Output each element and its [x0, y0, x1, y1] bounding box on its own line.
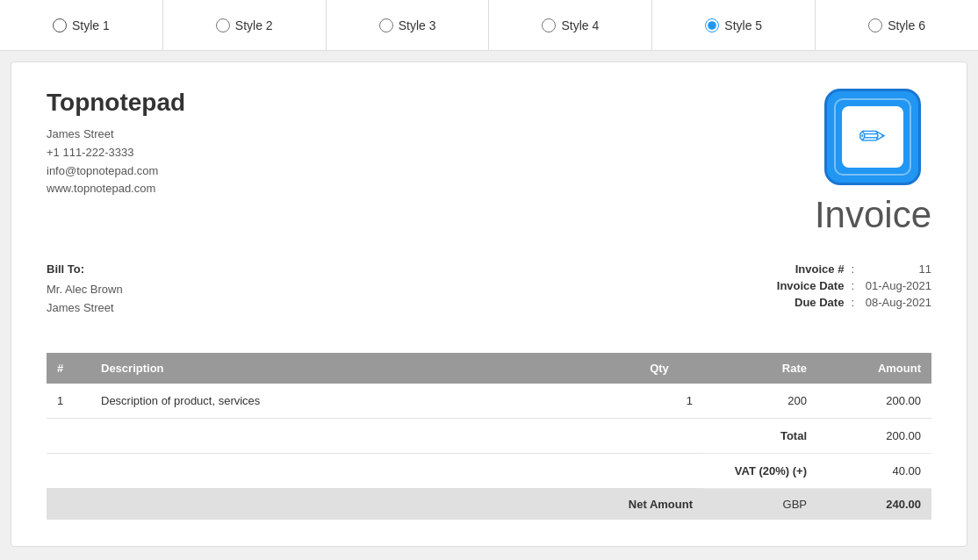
logo-area: ✎ Invoice: [815, 89, 931, 236]
client-address: James Street: [47, 299, 123, 318]
company-website: www.topnotepad.com: [47, 180, 185, 198]
invoice-date-value: 01-Aug-2021: [861, 279, 931, 292]
style-option-1[interactable]: Style 1: [0, 0, 163, 50]
invoice-header: Topnotepad James Street +1 111-222-3333 …: [47, 89, 931, 236]
invoice-number-value: 11: [861, 262, 931, 276]
invoice-meta: Invoice # : 11 Invoice Date : 01-Aug-202…: [747, 262, 931, 312]
vat-row: VAT (20%) (+) 40.00: [47, 453, 931, 488]
total-label: Total: [703, 418, 817, 453]
style-label-5: Style 5: [724, 18, 762, 32]
col-header-amount: Amount: [817, 353, 931, 384]
company-phone: +1 111-222-3333: [47, 144, 185, 162]
meta-row-number: Invoice # : 11: [747, 262, 931, 276]
style-label-1: Style 1: [72, 18, 110, 32]
col-header-description: Description: [90, 353, 615, 384]
invoice-title: Invoice: [815, 194, 931, 236]
client-info: Mr. Alec Brown James Street: [47, 281, 123, 318]
style-selector-bar: Style 1 Style 2 Style 3 Style 4 Style 5 …: [0, 0, 978, 51]
style-radio-2[interactable]: [216, 18, 230, 32]
row-qty: 1: [615, 384, 703, 419]
invoice-number-label: Invoice #: [747, 262, 844, 276]
client-name: Mr. Alec Brown: [47, 281, 123, 299]
row-description: Description of product, services: [90, 384, 615, 419]
invoice-date-label: Invoice Date: [747, 279, 844, 292]
billing-meta-row: Bill To: Mr. Alec Brown James Street Inv…: [47, 262, 931, 335]
total-value: 200.00: [817, 418, 931, 453]
style-radio-1[interactable]: [53, 18, 67, 32]
style-label-2: Style 2: [235, 18, 273, 32]
invoice-table-header: # Description Qty Rate Amount: [47, 353, 931, 384]
col-header-num: #: [47, 353, 90, 384]
table-header-row: # Description Qty Rate Amount: [47, 353, 931, 384]
net-value: 240.00: [817, 488, 931, 520]
invoice-table-body: 1 Description of product, services 1 200…: [47, 384, 931, 489]
style-option-2[interactable]: Style 2: [163, 0, 327, 50]
company-info: Topnotepad James Street +1 111-222-3333 …: [47, 89, 185, 198]
invoice-due-value: 08-Aug-2021: [861, 296, 931, 309]
style-label-6: Style 6: [888, 18, 925, 32]
style-option-6[interactable]: Style 6: [816, 0, 978, 50]
row-amount: 200.00: [817, 384, 931, 419]
bill-section: Bill To: Mr. Alec Brown James Street: [47, 262, 123, 318]
vat-label: VAT (20%) (+): [703, 453, 817, 488]
company-logo: ✎: [824, 89, 921, 185]
invoice-table: # Description Qty Rate Amount 1 Descript…: [47, 353, 931, 520]
style-radio-4[interactable]: [542, 18, 556, 32]
company-name: Topnotepad: [47, 89, 185, 117]
invoice-card: Topnotepad James Street +1 111-222-3333 …: [11, 61, 967, 547]
invoice-due-label: Due Date: [747, 296, 844, 309]
style-radio-5[interactable]: [705, 18, 719, 32]
style-option-5[interactable]: Style 5: [652, 0, 816, 50]
meta-row-date: Invoice Date : 01-Aug-2021: [747, 279, 931, 292]
invoice-table-footer: Net Amount GBP 240.00: [47, 488, 931, 520]
net-currency: GBP: [703, 488, 817, 520]
style-label-4: Style 4: [561, 18, 599, 32]
bill-to-label: Bill To:: [47, 262, 123, 276]
style-radio-3[interactable]: [379, 18, 393, 32]
total-row: Total 200.00: [47, 418, 931, 453]
vat-value: 40.00: [817, 453, 931, 488]
meta-table: Invoice # : 11 Invoice Date : 01-Aug-202…: [747, 262, 931, 312]
company-email: info@topnotepad.com: [47, 162, 185, 181]
company-address: James Street: [47, 126, 185, 144]
col-header-qty: Qty: [615, 353, 703, 384]
row-num: 1: [47, 384, 90, 419]
style-option-4[interactable]: Style 4: [489, 0, 652, 50]
meta-colon-3: :: [851, 296, 854, 309]
meta-row-due: Due Date : 08-Aug-2021: [747, 296, 931, 309]
row-rate: 200: [703, 384, 817, 419]
col-header-rate: Rate: [703, 353, 817, 384]
net-amount-label: Net Amount: [615, 488, 703, 520]
net-amount-row: Net Amount GBP 240.00: [47, 488, 931, 520]
style-label-3: Style 3: [399, 18, 436, 32]
table-row: 1 Description of product, services 1 200…: [47, 384, 931, 419]
meta-colon-2: :: [851, 279, 854, 292]
meta-colon-1: :: [851, 262, 854, 276]
style-option-3[interactable]: Style 3: [327, 0, 490, 50]
style-radio-6[interactable]: [868, 18, 882, 32]
